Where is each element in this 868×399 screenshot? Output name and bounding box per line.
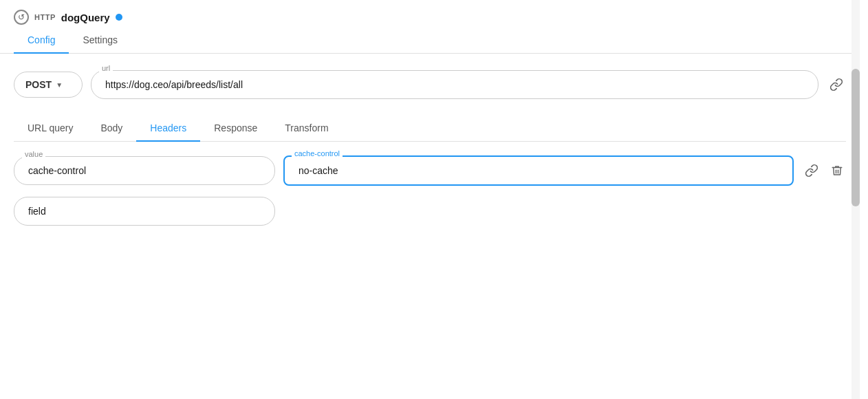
method-label: POST (25, 79, 52, 90)
url-input[interactable] (91, 70, 818, 99)
tab-response[interactable]: Response (200, 116, 271, 142)
url-link-icon[interactable] (827, 75, 846, 94)
header-link-icon[interactable] (802, 161, 821, 180)
field-input-1[interactable] (14, 156, 275, 185)
scrollbar-thumb[interactable] (851, 69, 860, 206)
method-dropdown[interactable]: POST ▼ (14, 72, 83, 98)
status-dot (116, 14, 122, 21)
tab-url-query[interactable]: URL query (14, 116, 87, 142)
tab-headers[interactable]: Headers (136, 116, 200, 142)
tab-settings[interactable]: Settings (69, 28, 131, 54)
tab-transform[interactable]: Transform (271, 116, 342, 142)
value-label-1: cache-control (292, 149, 343, 158)
field-input-2[interactable] (14, 197, 275, 226)
query-name: dogQuery (61, 12, 110, 23)
tab-config[interactable]: Config (14, 28, 69, 54)
chevron-down-icon: ▼ (56, 81, 63, 89)
scrollbar[interactable] (851, 0, 860, 399)
value-input-1[interactable] (283, 155, 794, 186)
refresh-icon[interactable]: ↺ (14, 10, 29, 25)
http-badge: HTTP (34, 13, 56, 21)
field-label-1: value (22, 150, 45, 158)
url-field-label: url (99, 64, 113, 72)
tab-body[interactable]: Body (87, 116, 136, 142)
delete-header-icon[interactable] (828, 162, 846, 180)
